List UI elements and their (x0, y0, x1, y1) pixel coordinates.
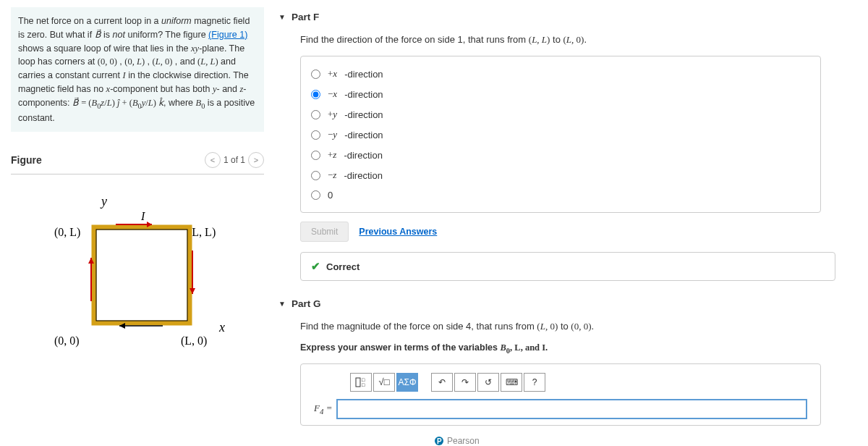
reset-tool[interactable]: ↺ (477, 373, 499, 392)
part-g-header[interactable]: ▼ Part G (278, 294, 857, 314)
choice-plus-y[interactable]: +y-direction (311, 104, 810, 125)
svg-rect-10 (356, 378, 360, 387)
answer-input[interactable] (336, 399, 807, 419)
choice-minus-z[interactable]: −z-direction (311, 165, 810, 185)
redo-tool[interactable]: ↷ (454, 373, 476, 392)
symbols-tool[interactable]: ΑΣΦ (396, 373, 418, 392)
choice-minus-x[interactable]: −x-direction (311, 84, 810, 104)
figure-counter: 1 of 1 (224, 155, 245, 165)
corner-0L: (0, L) (54, 226, 80, 239)
corner-LL: (L, L) (188, 226, 216, 239)
choice-plus-z[interactable]: +z-direction (311, 145, 810, 165)
part-g-instruction: Express your answer in terms of the vari… (300, 342, 857, 355)
caret-down-icon: ▼ (278, 13, 286, 21)
figure-next-button[interactable]: > (248, 152, 264, 168)
figure-title: Figure (11, 154, 42, 166)
figure-link[interactable]: (Figure 1) (208, 30, 247, 40)
choice-minus-y[interactable]: −y-direction (311, 125, 810, 145)
help-tool[interactable]: ? (524, 373, 545, 392)
corner-L0: (L, 0) (181, 334, 207, 348)
submit-button[interactable]: Submit (300, 222, 349, 242)
figure-diagram: y (0, L) (L, L) I (0, 0) (L, 0) x (33, 193, 242, 366)
svg-text:P: P (437, 437, 442, 445)
part-f-choices: +x-direction −x-direction +y-direction −… (300, 56, 821, 213)
answer-label: F4 = (314, 403, 332, 416)
problem-statement: The net force on a current loop in a uni… (11, 7, 264, 132)
keyboard-tool[interactable]: ⌨ (501, 373, 522, 392)
svg-text:□: □ (362, 382, 365, 387)
corner-00: (0, 0) (54, 334, 80, 348)
axis-y-label: y (100, 194, 107, 209)
svg-rect-0 (94, 227, 190, 323)
svg-text:□: □ (362, 377, 365, 382)
templates-tool[interactable]: □□ (350, 373, 372, 392)
previous-answers-link[interactable]: Previous Answers (359, 227, 437, 237)
part-g-answer-box: □□ √□ ΑΣΦ ↶ ↷ ↺ ⌨ ? F4 = (300, 363, 821, 426)
brand-footer: P Pearson (434, 436, 480, 446)
problem-text: The net force on a current loop in a uni… (18, 16, 255, 123)
choice-plus-x[interactable]: +x-direction (311, 64, 810, 84)
figure-prev-button[interactable]: < (205, 152, 221, 168)
correct-feedback: ✔ Correct (300, 252, 835, 281)
part-f-header[interactable]: ▼ Part F (278, 7, 857, 27)
sqrt-tool[interactable]: √□ (373, 373, 395, 392)
undo-tool[interactable]: ↶ (431, 373, 453, 392)
part-f-question: Find the direction of the force on side … (300, 34, 857, 46)
caret-down-icon: ▼ (278, 300, 286, 308)
part-g-question: Find the magnitude of the force on side … (300, 321, 857, 332)
axis-x-label: x (218, 320, 225, 334)
svg-rect-1 (96, 230, 187, 321)
current-label: I (140, 210, 145, 222)
choice-zero[interactable]: 0 (311, 185, 810, 205)
check-icon: ✔ (311, 260, 320, 273)
